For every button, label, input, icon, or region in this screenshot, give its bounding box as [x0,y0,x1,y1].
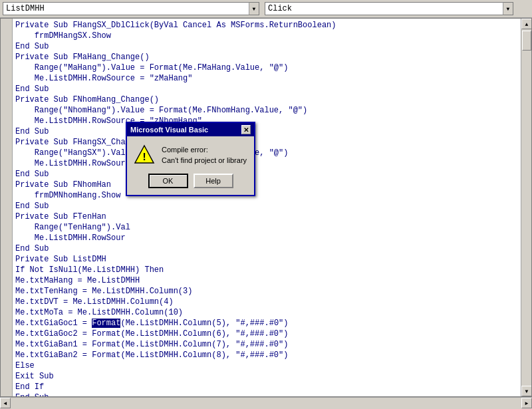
code-area[interactable]: Private Sub FHangSX_DblClick(ByVal Cance… [13,19,521,396]
scroll-down-button[interactable]: ▼ [521,386,532,396]
procedure-dropdown-arrow[interactable]: ▼ [503,2,513,15]
scroll-right-button[interactable]: ► [521,398,532,408]
error-title: Compile error: [162,144,247,155]
ok-button[interactable]: OK [148,174,188,188]
object-dropdown[interactable]: ListDMHH ▼ [3,2,259,15]
vertical-scrollbar[interactable]: ▲ ▼ [521,19,531,396]
code-editor: Private Sub FHangSX_DblClick(ByVal Cance… [0,18,532,397]
dialog-body: ! Compile error: Can't find project or l… [127,136,254,171]
line-gutter [1,19,13,396]
horizontal-scrollbar[interactable]: ◄ ► [0,397,532,408]
help-button[interactable]: Help [194,174,233,188]
dialog-title: Microsoft Visual Basic [130,126,208,134]
procedure-dropdown[interactable]: Click ▼ [265,2,513,15]
scroll-up-button[interactable]: ▲ [521,19,532,29]
procedure-dropdown-value[interactable]: Click [265,2,503,15]
scroll-track-h[interactable] [11,398,521,408]
dialog-overlay: Microsoft Visual Basic ✕ ! Compile error… [13,19,521,396]
toolbar: ListDMHH ▼ Click ▼ [0,0,532,18]
dialog-buttons: OK Help [127,171,254,195]
scroll-track-v[interactable] [521,29,531,386]
dialog-close-button[interactable]: ✕ [241,125,251,134]
object-dropdown-value[interactable]: ListDMHH [3,2,249,15]
object-dropdown-arrow[interactable]: ▼ [249,2,259,15]
scroll-left-button[interactable]: ◄ [0,398,11,408]
svg-text:!: ! [141,152,148,164]
dialog-message: Compile error: Can't find project or lib… [162,144,247,166]
error-message: Can't find project or library [162,155,247,166]
warning-icon: ! [134,144,155,166]
dialog-titlebar: Microsoft Visual Basic ✕ [127,123,254,136]
scroll-thumb-v[interactable] [522,31,531,51]
compile-error-dialog: Microsoft Visual Basic ✕ ! Compile error… [126,122,255,196]
